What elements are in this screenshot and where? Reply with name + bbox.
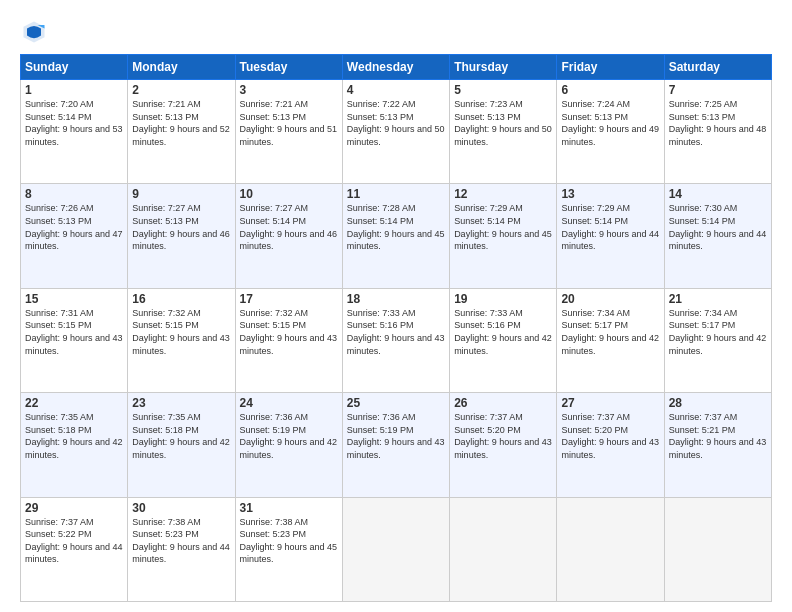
calendar-cell: 24Sunrise: 7:36 AMSunset: 5:19 PMDayligh… [235,393,342,497]
day-number: 1 [25,83,123,97]
calendar-cell: 11Sunrise: 7:28 AMSunset: 5:14 PMDayligh… [342,184,449,288]
logo-icon [20,18,48,46]
calendar-cell: 27Sunrise: 7:37 AMSunset: 5:20 PMDayligh… [557,393,664,497]
day-number: 17 [240,292,338,306]
day-info: Sunrise: 7:21 AMSunset: 5:13 PMDaylight:… [240,98,338,148]
day-info: Sunrise: 7:38 AMSunset: 5:23 PMDaylight:… [240,516,338,566]
day-number: 3 [240,83,338,97]
calendar-cell: 15Sunrise: 7:31 AMSunset: 5:15 PMDayligh… [21,288,128,392]
day-number: 9 [132,187,230,201]
calendar-cell [664,497,771,601]
day-number: 15 [25,292,123,306]
day-number: 25 [347,396,445,410]
day-number: 8 [25,187,123,201]
day-info: Sunrise: 7:35 AMSunset: 5:18 PMDaylight:… [25,411,123,461]
day-info: Sunrise: 7:38 AMSunset: 5:23 PMDaylight:… [132,516,230,566]
weekday-header-monday: Monday [128,55,235,80]
calendar-cell: 31Sunrise: 7:38 AMSunset: 5:23 PMDayligh… [235,497,342,601]
calendar-cell: 30Sunrise: 7:38 AMSunset: 5:23 PMDayligh… [128,497,235,601]
calendar-cell: 21Sunrise: 7:34 AMSunset: 5:17 PMDayligh… [664,288,771,392]
day-info: Sunrise: 7:37 AMSunset: 5:21 PMDaylight:… [669,411,767,461]
weekday-header-wednesday: Wednesday [342,55,449,80]
day-info: Sunrise: 7:32 AMSunset: 5:15 PMDaylight:… [132,307,230,357]
day-info: Sunrise: 7:37 AMSunset: 5:22 PMDaylight:… [25,516,123,566]
weekday-header-friday: Friday [557,55,664,80]
header [20,18,772,46]
day-number: 7 [669,83,767,97]
calendar-cell: 13Sunrise: 7:29 AMSunset: 5:14 PMDayligh… [557,184,664,288]
day-number: 6 [561,83,659,97]
day-number: 27 [561,396,659,410]
calendar-cell: 20Sunrise: 7:34 AMSunset: 5:17 PMDayligh… [557,288,664,392]
calendar-cell: 7Sunrise: 7:25 AMSunset: 5:13 PMDaylight… [664,80,771,184]
day-number: 28 [669,396,767,410]
day-info: Sunrise: 7:35 AMSunset: 5:18 PMDaylight:… [132,411,230,461]
day-number: 4 [347,83,445,97]
day-info: Sunrise: 7:24 AMSunset: 5:13 PMDaylight:… [561,98,659,148]
day-info: Sunrise: 7:25 AMSunset: 5:13 PMDaylight:… [669,98,767,148]
day-info: Sunrise: 7:26 AMSunset: 5:13 PMDaylight:… [25,202,123,252]
calendar-cell: 23Sunrise: 7:35 AMSunset: 5:18 PMDayligh… [128,393,235,497]
page: SundayMondayTuesdayWednesdayThursdayFrid… [0,0,792,612]
calendar-cell: 16Sunrise: 7:32 AMSunset: 5:15 PMDayligh… [128,288,235,392]
day-info: Sunrise: 7:23 AMSunset: 5:13 PMDaylight:… [454,98,552,148]
calendar-cell: 12Sunrise: 7:29 AMSunset: 5:14 PMDayligh… [450,184,557,288]
day-info: Sunrise: 7:36 AMSunset: 5:19 PMDaylight:… [347,411,445,461]
calendar-cell: 22Sunrise: 7:35 AMSunset: 5:18 PMDayligh… [21,393,128,497]
weekday-header-row: SundayMondayTuesdayWednesdayThursdayFrid… [21,55,772,80]
day-number: 19 [454,292,552,306]
day-info: Sunrise: 7:37 AMSunset: 5:20 PMDaylight:… [454,411,552,461]
day-number: 11 [347,187,445,201]
weekday-header-thursday: Thursday [450,55,557,80]
calendar-cell [557,497,664,601]
day-info: Sunrise: 7:22 AMSunset: 5:13 PMDaylight:… [347,98,445,148]
day-info: Sunrise: 7:33 AMSunset: 5:16 PMDaylight:… [454,307,552,357]
day-number: 18 [347,292,445,306]
day-info: Sunrise: 7:29 AMSunset: 5:14 PMDaylight:… [454,202,552,252]
calendar-cell: 25Sunrise: 7:36 AMSunset: 5:19 PMDayligh… [342,393,449,497]
day-number: 31 [240,501,338,515]
calendar-cell: 4Sunrise: 7:22 AMSunset: 5:13 PMDaylight… [342,80,449,184]
calendar-cell: 19Sunrise: 7:33 AMSunset: 5:16 PMDayligh… [450,288,557,392]
day-number: 21 [669,292,767,306]
day-info: Sunrise: 7:27 AMSunset: 5:14 PMDaylight:… [240,202,338,252]
day-number: 20 [561,292,659,306]
day-info: Sunrise: 7:33 AMSunset: 5:16 PMDaylight:… [347,307,445,357]
weekday-header-saturday: Saturday [664,55,771,80]
week-row-2: 8Sunrise: 7:26 AMSunset: 5:13 PMDaylight… [21,184,772,288]
week-row-5: 29Sunrise: 7:37 AMSunset: 5:22 PMDayligh… [21,497,772,601]
calendar-cell: 5Sunrise: 7:23 AMSunset: 5:13 PMDaylight… [450,80,557,184]
day-number: 30 [132,501,230,515]
calendar-cell: 26Sunrise: 7:37 AMSunset: 5:20 PMDayligh… [450,393,557,497]
day-info: Sunrise: 7:34 AMSunset: 5:17 PMDaylight:… [669,307,767,357]
day-info: Sunrise: 7:36 AMSunset: 5:19 PMDaylight:… [240,411,338,461]
calendar-cell: 29Sunrise: 7:37 AMSunset: 5:22 PMDayligh… [21,497,128,601]
week-row-3: 15Sunrise: 7:31 AMSunset: 5:15 PMDayligh… [21,288,772,392]
calendar-cell: 18Sunrise: 7:33 AMSunset: 5:16 PMDayligh… [342,288,449,392]
day-number: 24 [240,396,338,410]
day-info: Sunrise: 7:28 AMSunset: 5:14 PMDaylight:… [347,202,445,252]
calendar-cell: 3Sunrise: 7:21 AMSunset: 5:13 PMDaylight… [235,80,342,184]
calendar-cell: 9Sunrise: 7:27 AMSunset: 5:13 PMDaylight… [128,184,235,288]
calendar-cell: 17Sunrise: 7:32 AMSunset: 5:15 PMDayligh… [235,288,342,392]
day-number: 26 [454,396,552,410]
day-info: Sunrise: 7:29 AMSunset: 5:14 PMDaylight:… [561,202,659,252]
day-number: 12 [454,187,552,201]
calendar-cell: 2Sunrise: 7:21 AMSunset: 5:13 PMDaylight… [128,80,235,184]
day-info: Sunrise: 7:21 AMSunset: 5:13 PMDaylight:… [132,98,230,148]
logo [20,18,52,46]
day-info: Sunrise: 7:34 AMSunset: 5:17 PMDaylight:… [561,307,659,357]
week-row-4: 22Sunrise: 7:35 AMSunset: 5:18 PMDayligh… [21,393,772,497]
calendar-cell: 28Sunrise: 7:37 AMSunset: 5:21 PMDayligh… [664,393,771,497]
calendar-cell: 8Sunrise: 7:26 AMSunset: 5:13 PMDaylight… [21,184,128,288]
week-row-1: 1Sunrise: 7:20 AMSunset: 5:14 PMDaylight… [21,80,772,184]
day-info: Sunrise: 7:20 AMSunset: 5:14 PMDaylight:… [25,98,123,148]
day-number: 10 [240,187,338,201]
day-number: 5 [454,83,552,97]
day-number: 22 [25,396,123,410]
day-number: 2 [132,83,230,97]
calendar-cell: 1Sunrise: 7:20 AMSunset: 5:14 PMDaylight… [21,80,128,184]
day-number: 29 [25,501,123,515]
day-number: 13 [561,187,659,201]
day-info: Sunrise: 7:32 AMSunset: 5:15 PMDaylight:… [240,307,338,357]
